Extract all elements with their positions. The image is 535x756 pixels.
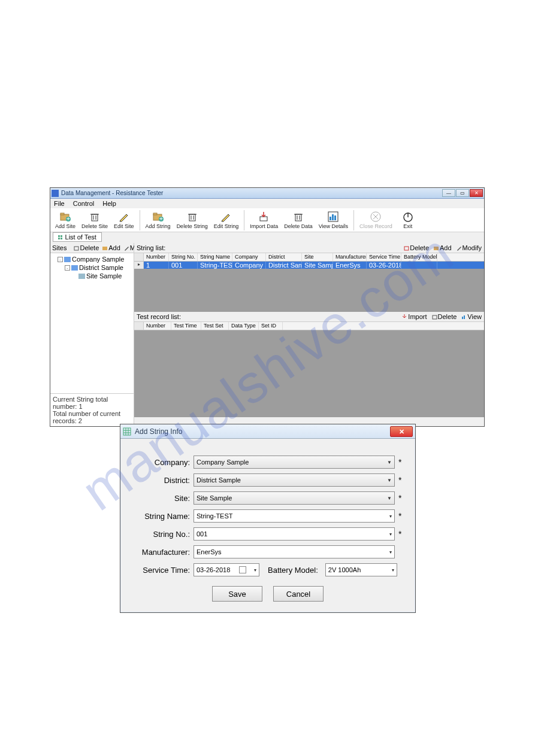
col-header[interactable]: Set ID bbox=[259, 322, 283, 330]
expander-icon[interactable]: - bbox=[65, 265, 70, 271]
cell: 03-26-2018 1... bbox=[367, 262, 401, 269]
cancel-button[interactable]: Cancel bbox=[273, 586, 324, 602]
chevron-down-icon: ▾ bbox=[389, 532, 392, 537]
col-header[interactable]: Number bbox=[144, 322, 171, 330]
sites-title: Sites bbox=[52, 244, 67, 251]
tab-label: List of Test bbox=[65, 233, 96, 241]
toolbar-label: Delete Site bbox=[81, 223, 108, 229]
district-label: District: bbox=[131, 476, 194, 485]
required-mark: * bbox=[398, 475, 404, 485]
exit-button[interactable]: Exit bbox=[396, 210, 420, 230]
district-combo[interactable]: District Sample▼ bbox=[194, 473, 395, 487]
node-icon bbox=[78, 274, 85, 279]
svg-rect-9 bbox=[153, 213, 157, 215]
col-header[interactable]: Manufacturer bbox=[333, 253, 367, 261]
minimize-button[interactable]: — bbox=[442, 189, 455, 197]
expander-icon[interactable]: - bbox=[58, 257, 63, 262]
chevron-down-icon: ▾ bbox=[392, 567, 394, 573]
trash-icon bbox=[74, 245, 79, 251]
delete-site-button[interactable]: Delete Site bbox=[79, 210, 110, 230]
chart-icon bbox=[461, 314, 467, 320]
cell: 1 bbox=[144, 262, 169, 269]
col-header[interactable]: Service Time bbox=[367, 253, 401, 261]
string-add-button[interactable]: Add bbox=[434, 244, 452, 251]
menu-control[interactable]: Control bbox=[73, 200, 94, 207]
string-name-input[interactable]: String-TEST▾ bbox=[194, 509, 395, 523]
import-icon bbox=[402, 314, 407, 320]
trash-icon bbox=[432, 314, 437, 320]
tree-node[interactable]: -District Sample bbox=[52, 263, 132, 272]
col-header[interactable]: Test Time bbox=[171, 322, 201, 330]
add-site-button[interactable]: +Add Site bbox=[53, 210, 78, 230]
svg-text:+: + bbox=[159, 215, 162, 222]
string-grid[interactable]: NumberString No.String NameCompanyDistri… bbox=[134, 253, 484, 312]
svg-rect-33 bbox=[102, 247, 107, 250]
status-string-total: Current String total number: 1 bbox=[53, 396, 131, 410]
sites-add-button[interactable]: Add bbox=[102, 244, 120, 251]
toolbar-label: Edit String bbox=[214, 223, 239, 229]
cell: EnerSys bbox=[333, 262, 367, 269]
power-icon bbox=[402, 211, 414, 223]
manufacturer-input[interactable]: EnerSys▾ bbox=[194, 545, 395, 558]
col-header[interactable]: String No. bbox=[169, 253, 198, 261]
view-details-button[interactable]: View Details bbox=[316, 210, 350, 230]
col-header[interactable]: Site bbox=[302, 253, 333, 261]
tab-list-of-test[interactable]: List of Test bbox=[53, 232, 102, 242]
import-data-button[interactable]: Import Data bbox=[247, 210, 280, 230]
svg-rect-34 bbox=[404, 247, 409, 250]
string-list-title: String list: bbox=[137, 244, 165, 251]
tree-node[interactable]: -Company Sample bbox=[52, 255, 132, 263]
col-header[interactable]: Battery Model bbox=[401, 253, 437, 261]
delete-data-button[interactable]: Delete Data bbox=[282, 210, 315, 230]
record-delete-button[interactable]: Delete bbox=[432, 313, 457, 320]
string-modify-button[interactable]: Modify bbox=[457, 244, 482, 251]
string-name-label: String Name: bbox=[131, 512, 194, 521]
status-record-total: Total number of current records: 2 bbox=[53, 410, 131, 424]
svg-rect-17 bbox=[295, 214, 301, 221]
col-header[interactable]: Data Type bbox=[229, 322, 259, 330]
close-button[interactable]: ✕ bbox=[470, 189, 483, 197]
save-button[interactable]: Save bbox=[212, 586, 262, 602]
chevron-down-icon: ▼ bbox=[387, 496, 392, 501]
edit-string-button[interactable]: Edit String bbox=[211, 210, 241, 230]
edit-site-button[interactable]: Edit Site bbox=[111, 210, 137, 230]
pencil-icon bbox=[118, 211, 130, 223]
string-delete-button[interactable]: Delete bbox=[404, 244, 429, 251]
record-import-button[interactable]: Import bbox=[402, 313, 427, 320]
delete-string-button[interactable]: Delete String bbox=[174, 210, 210, 230]
manufacturer-label: Manufacturer: bbox=[131, 548, 194, 557]
svg-rect-36 bbox=[433, 315, 437, 319]
site-combo[interactable]: Site Sample▼ bbox=[194, 491, 395, 505]
col-header[interactable]: String Name bbox=[198, 253, 232, 261]
add-string-button[interactable]: +Add String bbox=[143, 210, 173, 230]
toolbar-label: Add Site bbox=[55, 223, 75, 229]
table-row[interactable]: ▸1001String-TESTCompany Sa...District Sa… bbox=[134, 262, 484, 269]
company-combo[interactable]: Company Sample▼ bbox=[194, 456, 395, 469]
dialog-close-button[interactable]: ✕ bbox=[390, 426, 413, 437]
col-header[interactable]: Number bbox=[144, 253, 169, 261]
service-time-input[interactable]: 03-26-2018▾ bbox=[194, 563, 259, 576]
svg-rect-37 bbox=[462, 317, 463, 319]
service-time-label: Service Time: bbox=[131, 566, 194, 575]
maximize-button[interactable]: ▭ bbox=[456, 189, 469, 197]
svg-rect-22 bbox=[330, 217, 331, 220]
svg-rect-24 bbox=[334, 215, 336, 220]
window-title: Data Management - Resistance Tester bbox=[61, 190, 442, 196]
record-grid[interactable]: NumberTest TimeTest SetData TypeSet ID bbox=[134, 322, 484, 417]
required-mark: * bbox=[398, 457, 404, 467]
svg-rect-30 bbox=[58, 238, 60, 239]
close-record-button: Close Record bbox=[357, 210, 395, 230]
string-no-input[interactable]: 001▾ bbox=[194, 527, 395, 541]
record-view-button[interactable]: View bbox=[461, 313, 482, 320]
tree-node[interactable]: Site Sample bbox=[52, 272, 132, 280]
col-header[interactable]: Test Set bbox=[201, 322, 229, 330]
svg-text:+: + bbox=[67, 215, 70, 222]
node-icon bbox=[71, 265, 78, 271]
col-header[interactable]: Company bbox=[232, 253, 266, 261]
sites-delete-button[interactable]: Delete bbox=[74, 244, 99, 251]
trash-icon bbox=[292, 211, 304, 223]
menu-help[interactable]: Help bbox=[102, 200, 116, 207]
menu-file[interactable]: File bbox=[54, 200, 65, 207]
col-header[interactable]: District bbox=[266, 253, 302, 261]
battery-model-input[interactable]: 2V 1000Ah▾ bbox=[325, 563, 397, 576]
